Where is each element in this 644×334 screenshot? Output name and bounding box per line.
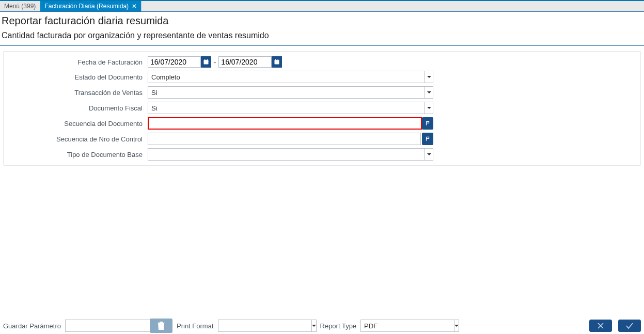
label-report-type: Report Type [320, 322, 357, 330]
label-guardar-parametro: Guardar Parámetro [3, 322, 61, 330]
chevron-down-icon[interactable] [425, 148, 433, 161]
lookup-icon[interactable] [422, 133, 433, 145]
trash-icon [157, 321, 165, 330]
svg-rect-6 [278, 59, 279, 60]
svg-rect-4 [275, 60, 279, 64]
tab-bar: Menú (399) Facturación Diaria (Resumida)… [0, 0, 644, 11]
secuencia-ctrl-input[interactable] [148, 133, 421, 145]
date-range-separator: - [211, 58, 218, 66]
label-secuencia-doc: Secuencia del Documento [6, 120, 148, 128]
svg-rect-2 [207, 59, 208, 60]
svg-rect-3 [204, 61, 209, 62]
label-estado: Estado del Documento [6, 73, 148, 81]
transaccion-select[interactable] [148, 86, 425, 99]
check-icon [624, 322, 635, 330]
label-print-format: Print Format [177, 322, 214, 330]
form-panel: Fecha de Facturación - Estado del Docume… [3, 51, 641, 166]
label-fecha: Fecha de Facturación [6, 58, 148, 66]
calendar-icon[interactable] [201, 56, 211, 68]
tab-active-label: Facturación Diaria (Resumida) [44, 3, 129, 10]
confirm-button[interactable] [618, 320, 641, 332]
page-subtitle: Cantidad facturada por organización y re… [0, 29, 644, 45]
fiscal-select[interactable] [148, 102, 425, 114]
svg-rect-5 [275, 59, 276, 60]
form-area: Fecha de Facturación - Estado del Docume… [0, 45, 644, 166]
label-fiscal: Documento Fiscal [6, 104, 148, 112]
print-format-select[interactable] [218, 320, 312, 332]
label-transaccion: Transacción de Ventas [6, 89, 148, 97]
lookup-icon[interactable] [422, 117, 433, 130]
label-tipo-doc: Tipo de Documento Base [6, 151, 148, 158]
fecha-from-input[interactable] [148, 56, 201, 68]
estado-select[interactable] [148, 71, 425, 83]
svg-rect-7 [275, 61, 279, 62]
page-title: Reportar facturación diaria resumida [0, 12, 644, 29]
x-icon [595, 322, 606, 330]
chevron-down-icon[interactable] [425, 86, 433, 99]
chevron-down-icon[interactable] [425, 102, 433, 114]
tab-menu-label: Menú (399) [4, 3, 36, 10]
report-type-select[interactable] [360, 320, 454, 332]
guardar-parametro-select[interactable] [65, 320, 159, 332]
tab-facturacion-diaria[interactable]: Facturación Diaria (Resumida) ✕ [40, 1, 142, 11]
chevron-down-icon[interactable] [454, 320, 459, 332]
secuencia-doc-input[interactable] [148, 117, 422, 130]
content-area: Reportar facturación diaria resumida Can… [0, 11, 644, 317]
close-icon[interactable]: ✕ [132, 3, 137, 10]
svg-rect-1 [205, 59, 206, 60]
cancel-button[interactable] [589, 320, 612, 332]
delete-button[interactable] [150, 319, 172, 333]
footer-bar: Guardar Parámetro Print Format Report Ty… [0, 317, 644, 334]
fecha-to-input[interactable] [218, 56, 272, 68]
chevron-down-icon[interactable] [425, 71, 433, 83]
svg-rect-0 [204, 60, 209, 64]
tab-menu[interactable]: Menú (399) [0, 1, 40, 11]
calendar-icon[interactable] [272, 56, 282, 68]
chevron-down-icon[interactable] [312, 320, 317, 332]
tipo-doc-select[interactable] [148, 148, 425, 161]
label-secuencia-ctrl: Secuencia de Nro de Control [6, 135, 148, 143]
